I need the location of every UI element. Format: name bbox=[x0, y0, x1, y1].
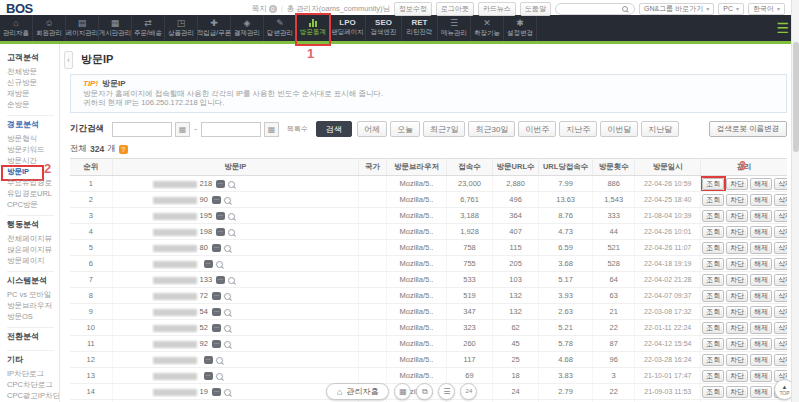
sidebar-item-CPC차단로그[interactable]: CPC차단로그 bbox=[7, 379, 54, 390]
row-action-block-button[interactable]: 차단 bbox=[726, 370, 748, 382]
row-action-block-button[interactable]: 차단 bbox=[726, 258, 748, 270]
row-action-view-button[interactable]: 조회 bbox=[702, 194, 724, 206]
sidebar-item-신규방문[interactable]: 신규방문 bbox=[7, 77, 54, 88]
row-action-delete-button[interactable]: 삭제 bbox=[774, 242, 787, 254]
search-input[interactable] bbox=[560, 5, 622, 12]
row-action-block-button[interactable]: 차단 bbox=[726, 178, 748, 190]
row-action-unblock-button[interactable]: 해제 bbox=[750, 322, 772, 334]
ip-tooltip-icon[interactable]: ⋯ bbox=[216, 228, 225, 236]
last30days-button[interactable]: 최근30일 bbox=[468, 121, 515, 137]
ip-search-icon[interactable] bbox=[224, 245, 231, 252]
list-view-icon[interactable]: ☰ bbox=[438, 383, 455, 400]
last-week-button[interactable]: 지난주 bbox=[559, 121, 597, 137]
ip-search-icon[interactable] bbox=[228, 277, 235, 284]
nav-item-seo[interactable]: SEO검색엔진 bbox=[366, 15, 402, 41]
device-select[interactable]: PC▾ bbox=[718, 3, 744, 15]
row-action-unblock-button[interactable]: 해제 bbox=[750, 194, 772, 206]
nav-item-menu-mgmt[interactable]: ☰메뉴관리 bbox=[438, 15, 471, 41]
rename-search-robot-button[interactable]: 검색로봇 이름변경 bbox=[709, 121, 787, 137]
nav-item-orders[interactable]: ⇄주문/배송 bbox=[132, 15, 165, 41]
sidebar-item-IP차단로그[interactable]: IP차단로그 bbox=[7, 368, 54, 379]
row-action-block-button[interactable]: 차단 bbox=[726, 354, 748, 366]
ip-tooltip-icon[interactable]: ⋯ bbox=[212, 292, 221, 300]
row-action-view-button[interactable]: 조회 bbox=[702, 258, 724, 270]
nav-item-extensions[interactable]: ✕확장기능 bbox=[471, 15, 504, 41]
ip-tooltip-icon[interactable]: ⋯ bbox=[204, 260, 213, 268]
sidebar-item-순방문[interactable]: 순방문 bbox=[7, 99, 54, 110]
ip-search-icon[interactable] bbox=[216, 261, 223, 268]
help-button[interactable]: 도움말 bbox=[520, 2, 551, 16]
ip-tooltip-icon[interactable]: ⋯ bbox=[212, 388, 221, 396]
nav-item-pages[interactable]: ▤페이지관리 bbox=[66, 15, 99, 41]
ip-tooltip-icon[interactable]: ⋯ bbox=[216, 180, 225, 188]
row-action-block-button[interactable]: 차단 bbox=[726, 386, 748, 398]
sidebar-item-CPC광고IP차단설정[interactable]: CPC광고IP차단설정 bbox=[7, 390, 54, 401]
ip-search-icon[interactable] bbox=[216, 373, 223, 380]
copy-view-icon[interactable]: ⧉ bbox=[416, 383, 433, 400]
admin-home-button[interactable]: ⌂ 관리자홈 bbox=[326, 383, 389, 400]
row-action-delete-button[interactable]: 삭제 bbox=[774, 226, 787, 238]
row-action-view-button[interactable]: 조회 bbox=[702, 370, 724, 382]
row-action-block-button[interactable]: 차단 bbox=[726, 194, 748, 206]
nav-item-settings[interactable]: ✱설정변경 bbox=[504, 15, 537, 41]
row-action-delete-button[interactable]: 삭제 bbox=[774, 306, 787, 318]
nav-item-points-coupons[interactable]: ✚적립금/쿠폰 bbox=[198, 15, 231, 41]
sidebar-item-많은페이지뷰[interactable]: 많은페이지뷰 bbox=[7, 244, 54, 255]
row-action-view-button[interactable]: 조회 bbox=[702, 290, 724, 302]
row-action-unblock-button[interactable]: 해제 bbox=[750, 306, 772, 318]
nav-item-members[interactable]: ☺회원관리 bbox=[33, 15, 66, 41]
nav-item-boards[interactable]: ▦게시판관리 bbox=[99, 15, 132, 41]
row-action-unblock-button[interactable]: 해제 bbox=[750, 386, 772, 398]
nav-item-products[interactable]: ◳상품관리 bbox=[165, 15, 198, 41]
date-to-input[interactable] bbox=[201, 122, 261, 137]
row-action-delete-button[interactable]: 삭제 bbox=[774, 178, 787, 190]
nav-item-ret[interactable]: RET리턴전략 bbox=[402, 15, 438, 41]
row-action-view-button[interactable]: 조회 bbox=[702, 178, 724, 190]
ip-tooltip-icon[interactable]: ⋯ bbox=[212, 244, 221, 252]
sidebar-item-방문IP[interactable]: 방문IP2 bbox=[7, 166, 54, 177]
sidebar-item-PC vs 모바일[interactable]: PC vs 모바일 bbox=[7, 289, 54, 300]
row-action-delete-button[interactable]: 삭제 bbox=[774, 354, 787, 366]
row-action-delete-button[interactable]: 삭제 bbox=[774, 274, 787, 286]
edit-info-button[interactable]: 정보수정 bbox=[394, 2, 432, 16]
row-action-unblock-button[interactable]: 해제 bbox=[750, 210, 772, 222]
row-action-view-button[interactable]: 조회 bbox=[702, 210, 724, 222]
row-action-unblock-button[interactable]: 해제 bbox=[750, 274, 772, 286]
row-action-unblock-button[interactable]: 해제 bbox=[750, 178, 772, 190]
language-select[interactable]: 한국어▾ bbox=[748, 3, 785, 15]
ip-tooltip-icon[interactable]: ⋯ bbox=[216, 212, 225, 220]
nav-item-admin-home[interactable]: ⌂관리자홈 bbox=[0, 15, 33, 41]
cardnews-button[interactable]: 카드뉴스 bbox=[478, 2, 516, 16]
row-action-view-button[interactable]: 조회 bbox=[702, 306, 724, 318]
row-action-block-button[interactable]: 차단 bbox=[726, 242, 748, 254]
nav-item-replies[interactable]: ✎답변관리 bbox=[264, 15, 297, 41]
row-action-view-button[interactable]: 조회 bbox=[702, 386, 724, 398]
help-badge-icon[interactable]: ? bbox=[119, 145, 128, 154]
calendar-icon[interactable]: ▦ bbox=[264, 122, 279, 137]
ip-tooltip-icon[interactable]: ⋯ bbox=[212, 340, 221, 348]
ip-search-icon[interactable] bbox=[216, 357, 223, 364]
row-action-delete-button[interactable]: 삭제 bbox=[774, 322, 787, 334]
sidebar-item-전체방문[interactable]: 전체방문 bbox=[7, 66, 54, 77]
row-action-unblock-button[interactable]: 해제 bbox=[750, 370, 772, 382]
ip-search-icon[interactable] bbox=[228, 229, 235, 236]
row-action-unblock-button[interactable]: 해제 bbox=[750, 226, 772, 238]
calendar-icon[interactable]: ▦ bbox=[175, 122, 190, 137]
row-action-unblock-button[interactable]: 해제 bbox=[750, 258, 772, 270]
this-month-button[interactable]: 이번달 bbox=[600, 121, 638, 137]
sidebar-item-방문브라우저[interactable]: 방문브라우저 bbox=[7, 300, 54, 311]
ip-tooltip-icon[interactable]: ⋯ bbox=[212, 308, 221, 316]
sidebar-item-재방문[interactable]: 재방문 bbox=[7, 88, 54, 99]
ip-tooltip-icon[interactable]: ⋯ bbox=[212, 324, 221, 332]
sidebar-item-유입경로URL[interactable]: 유입경로URL bbox=[7, 188, 54, 199]
row-action-delete-button[interactable]: 삭제 bbox=[774, 338, 787, 350]
collapse-sidebar-button[interactable]: ‹ bbox=[64, 51, 73, 69]
row-action-view-button[interactable]: 조회 bbox=[702, 274, 724, 286]
yesterday-button[interactable]: 어제 bbox=[357, 121, 387, 137]
row-action-block-button[interactable]: 차단 bbox=[726, 226, 748, 238]
search-button[interactable]: 검색 bbox=[316, 121, 352, 137]
ip-search-icon[interactable] bbox=[224, 341, 231, 348]
list-count-label[interactable]: 목록수 bbox=[287, 124, 308, 134]
nav-item-payments[interactable]: ◈결제관리 bbox=[231, 15, 264, 41]
ip-tooltip-icon[interactable]: ⋯ bbox=[216, 276, 225, 284]
